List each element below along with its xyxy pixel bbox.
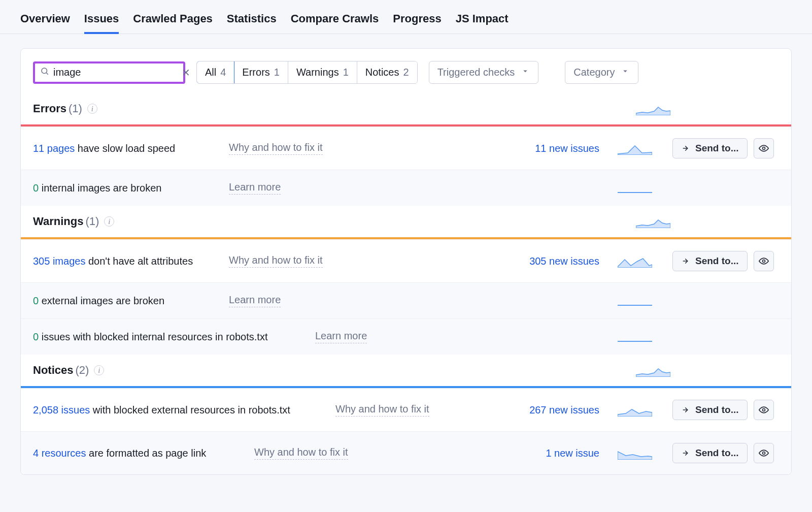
section-header-notices: Notices (2) i	[21, 355, 791, 386]
learn-more-link[interactable]: Learn more	[229, 294, 281, 307]
new-issues-link[interactable]: 305 new issues	[529, 255, 599, 267]
search-input[interactable]	[53, 67, 182, 78]
learn-more-link[interactable]: Learn more	[229, 181, 281, 195]
issue-zero: 0	[33, 182, 39, 194]
section-sparkline-errors	[636, 102, 672, 115]
info-icon[interactable]: i	[87, 104, 97, 114]
issue-zero: 0	[33, 295, 39, 306]
new-issues-link[interactable]: 267 new issues	[529, 404, 599, 416]
row-sparkline	[618, 181, 654, 195]
hide-button[interactable]	[754, 400, 774, 420]
issue-desc: with blocked external resources in robot…	[90, 404, 290, 415]
send-to-button[interactable]: Send to...	[672, 251, 748, 271]
tab-progress[interactable]: Progress	[393, 9, 441, 34]
section-count-notices: (2)	[75, 364, 89, 377]
send-to-button[interactable]: Send to...	[672, 443, 748, 463]
learn-more-link[interactable]: Learn more	[315, 330, 367, 343]
triggered-checks-label: Triggered checks	[437, 67, 515, 78]
issue-desc: internal images are broken	[39, 182, 161, 194]
issue-link[interactable]: 2,058 issues	[33, 404, 90, 415]
svg-point-4	[762, 260, 765, 263]
issue-link[interactable]: 11 pages	[33, 143, 75, 154]
row-sparkline	[618, 142, 654, 155]
hide-button[interactable]	[754, 138, 774, 158]
issue-desc: have slow load speed	[75, 143, 175, 154]
tab-crawled-pages[interactable]: Crawled Pages	[133, 9, 213, 34]
tab-issues[interactable]: Issues	[84, 9, 119, 34]
send-to-button[interactable]: Send to...	[672, 400, 748, 420]
issues-panel: ✕ All 4 Errors 1 Warnings 1 Notices 2 Tr…	[20, 48, 792, 475]
filter-notices-count: 2	[403, 67, 409, 78]
clear-icon[interactable]: ✕	[182, 67, 190, 79]
issue-link[interactable]: 305 images	[33, 255, 85, 267]
section-count-warnings: (1)	[85, 215, 99, 228]
filter-errors-label: Errors	[242, 67, 269, 78]
triggered-checks-dropdown[interactable]: Triggered checks	[429, 61, 539, 84]
section-title-warnings: Warnings	[33, 215, 83, 228]
chevron-down-icon	[621, 67, 630, 78]
issue-desc: issues with blocked internal resources i…	[39, 331, 267, 342]
tab-overview[interactable]: Overview	[20, 9, 70, 34]
issue-desc: are formatted as page link	[86, 447, 207, 459]
send-to-label: Send to...	[695, 447, 739, 459]
fix-link[interactable]: Why and how to fix it	[335, 403, 429, 417]
info-icon[interactable]: i	[94, 365, 104, 375]
svg-point-2	[762, 147, 765, 150]
row-sparkline	[618, 254, 654, 268]
row-sparkline	[618, 330, 654, 343]
section-sparkline-warnings	[636, 215, 672, 228]
issue-row: 4 resources are formatted as page link W…	[21, 431, 791, 474]
info-icon[interactable]: i	[104, 216, 114, 227]
svg-point-8	[762, 452, 765, 455]
filter-warnings[interactable]: Warnings 1	[288, 61, 357, 83]
svg-line-1	[46, 73, 48, 74]
search-icon	[40, 67, 49, 78]
type-filter: All 4 Errors 1 Warnings 1 Notices 2	[196, 61, 418, 84]
filter-errors-count: 1	[274, 67, 280, 78]
section-sparkline-notices	[636, 364, 672, 377]
new-issues-link[interactable]: 1 new issue	[546, 447, 599, 459]
row-sparkline	[618, 403, 654, 417]
issue-row: 0 internal images are broken Learn more	[21, 170, 791, 206]
tab-compare-crawls[interactable]: Compare Crawls	[291, 9, 379, 34]
category-dropdown[interactable]: Category	[565, 61, 638, 84]
fix-link[interactable]: Why and how to fix it	[254, 446, 348, 460]
send-to-label: Send to...	[695, 404, 739, 415]
filter-warnings-label: Warnings	[296, 67, 339, 78]
issue-row: 0 external images are broken Learn more	[21, 282, 791, 318]
filter-all-label: All	[205, 67, 216, 78]
issue-link[interactable]: 4 resources	[33, 447, 86, 459]
fix-link[interactable]: Why and how to fix it	[229, 142, 323, 155]
toolbar: ✕ All 4 Errors 1 Warnings 1 Notices 2 Tr…	[21, 49, 791, 93]
issue-row: 2,058 issues with blocked external resou…	[21, 388, 791, 431]
send-to-label: Send to...	[695, 143, 739, 154]
issue-desc: don't have alt attributes	[85, 255, 193, 267]
category-label: Category	[573, 67, 615, 78]
send-to-label: Send to...	[695, 255, 739, 267]
filter-notices[interactable]: Notices 2	[357, 61, 417, 83]
section-header-errors: Errors (1) i	[21, 93, 791, 124]
tab-js-impact[interactable]: JS Impact	[456, 9, 509, 34]
issue-zero: 0	[33, 331, 39, 342]
filter-warnings-count: 1	[343, 67, 349, 78]
section-title-notices: Notices	[33, 364, 73, 377]
issue-row: 0 issues with blocked internal resources…	[21, 318, 791, 355]
fix-link[interactable]: Why and how to fix it	[229, 254, 323, 268]
filter-errors[interactable]: Errors 1	[234, 61, 288, 83]
hide-button[interactable]	[754, 443, 774, 463]
send-to-button[interactable]: Send to...	[672, 138, 748, 158]
chevron-down-icon	[521, 67, 530, 78]
filter-all-count: 4	[220, 67, 226, 78]
search-box[interactable]: ✕	[33, 61, 185, 84]
issue-row: 305 images don't have alt attributes Why…	[21, 239, 791, 282]
row-sparkline	[618, 446, 654, 460]
tab-statistics[interactable]: Statistics	[227, 9, 277, 34]
svg-point-7	[762, 409, 765, 411]
filter-all[interactable]: All 4	[196, 61, 234, 84]
svg-point-0	[42, 68, 47, 74]
row-sparkline	[618, 294, 654, 307]
new-issues-link[interactable]: 11 new issues	[535, 143, 599, 154]
hide-button[interactable]	[754, 251, 774, 271]
filter-notices-label: Notices	[365, 67, 399, 78]
issue-desc: external images are broken	[39, 295, 164, 306]
